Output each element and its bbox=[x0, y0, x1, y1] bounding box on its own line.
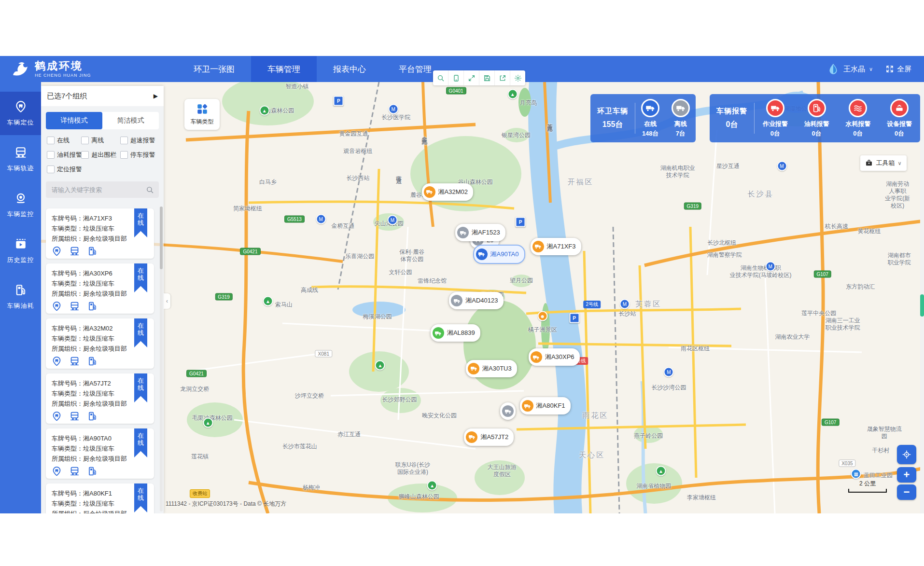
vehicle-card[interactable]: 车牌号码：湘A90TA0车辆类型：垃圾压缩车所属组织：厨余垃圾项目部在线 bbox=[46, 428, 154, 479]
maptool-floppy-button[interactable] bbox=[479, 70, 495, 85]
filter-checkbox-2[interactable]: 离线 bbox=[81, 136, 120, 145]
fuel-vehicle-icon[interactable] bbox=[87, 411, 98, 421]
fuel-vehicle-icon[interactable] bbox=[87, 246, 98, 256]
maptool-mag-icon bbox=[437, 74, 445, 82]
fuel-vehicle-icon[interactable] bbox=[87, 356, 98, 366]
filter-checkbox-1[interactable]: 在线 bbox=[47, 136, 81, 145]
locate-button[interactable] bbox=[897, 445, 916, 464]
page-scrollbar[interactable] bbox=[920, 82, 924, 513]
stats-title: 车辆报警 bbox=[716, 107, 747, 116]
road-badge: G107 bbox=[822, 419, 839, 426]
vehicle-marker[interactable]: 湘AL8839 bbox=[431, 324, 480, 342]
locate-vehicle-icon[interactable] bbox=[52, 356, 62, 366]
checkbox-box[interactable] bbox=[81, 151, 89, 159]
truck-icon bbox=[531, 351, 542, 363]
map-area[interactable]: 智造小镇乌山森林公园长沙医学院黄金园互通月亮岛银星湾公园观音岩枢纽谷山森林公园长… bbox=[41, 82, 924, 513]
fuel-vehicle-icon[interactable] bbox=[87, 466, 98, 476]
track-vehicle-icon[interactable] bbox=[70, 411, 80, 421]
nav-item-2[interactable]: 车辆管理 bbox=[251, 56, 317, 82]
checkbox-box[interactable] bbox=[120, 137, 128, 144]
vehicle-marker[interactable]: 湘A30TU3 bbox=[466, 360, 517, 377]
maptool-share-icon bbox=[499, 74, 506, 82]
filter-checkbox-6[interactable]: 停车报警 bbox=[120, 151, 158, 159]
truck-icon bbox=[424, 186, 435, 198]
vehicle-marker[interactable]: 湘A80KF1 bbox=[520, 397, 571, 414]
vehicle-type-button[interactable]: 车辆类型 bbox=[184, 99, 220, 130]
tab-detail-mode[interactable]: 详情模式 bbox=[46, 112, 102, 129]
vehicle-marker[interactable]: 湘A90TA0 bbox=[474, 246, 524, 263]
filter-checkbox-7[interactable]: 定位报警 bbox=[47, 165, 81, 174]
sidebar-item-4[interactable]: 历史监控 bbox=[0, 229, 41, 273]
sidebar-item-5[interactable]: 车辆油耗 bbox=[0, 275, 41, 318]
maptool-gear-button[interactable] bbox=[510, 70, 525, 85]
vehicle-marker[interactable]: 湘A57JT2 bbox=[464, 428, 514, 446]
vehicle-marker[interactable]: 湘AF1523 bbox=[455, 224, 505, 241]
vehicle-card[interactable]: 车牌号码：湘A32M02车辆类型：垃圾压缩车所属组织：厨余垃圾项目部在线 bbox=[46, 318, 154, 369]
road-badge: X035 bbox=[839, 460, 855, 467]
track-vehicle-icon[interactable] bbox=[70, 246, 80, 256]
checkbox-box[interactable] bbox=[47, 151, 55, 159]
track-vehicle-icon[interactable] bbox=[70, 356, 80, 366]
truck-icon bbox=[457, 227, 469, 238]
filter-label: 油耗报警 bbox=[57, 151, 82, 159]
locate-vehicle-icon[interactable] bbox=[52, 246, 62, 256]
vehicle-card[interactable]: 车牌号码：湘A57JT2车辆类型：垃圾压缩车所属组织：厨余垃圾项目部在线 bbox=[46, 373, 154, 424]
vehicle-card[interactable]: 车牌号码：湘A80KF1车辆类型：垃圾压缩车所属组织：厨余垃圾项目部在线 bbox=[46, 483, 154, 513]
vehicle-marker[interactable]: 湘AD40123 bbox=[449, 292, 503, 309]
panel-collapse-handle[interactable]: ‹ bbox=[164, 293, 170, 309]
maptool-share-button[interactable] bbox=[495, 70, 510, 85]
track-vehicle-icon[interactable] bbox=[70, 466, 80, 476]
search-box[interactable] bbox=[46, 181, 159, 198]
fullscreen-button[interactable]: 全屏 bbox=[885, 65, 911, 74]
map-label: 湖南都市 职业学院 bbox=[888, 252, 911, 266]
user-menu[interactable]: 王水晶 ∨ bbox=[827, 63, 873, 75]
map-label: 长沙市莲花山 bbox=[282, 442, 317, 450]
locate-vehicle-icon[interactable] bbox=[52, 301, 62, 311]
tab-simple-mode[interactable]: 简洁模式 bbox=[102, 112, 159, 129]
checkbox-box[interactable] bbox=[47, 137, 55, 144]
zoom-out-button[interactable]: − bbox=[897, 484, 916, 500]
maptool-expand-button[interactable] bbox=[464, 70, 479, 85]
card-list-scrollbar[interactable] bbox=[160, 207, 163, 511]
filter-checkbox-4[interactable]: 油耗报警 bbox=[47, 151, 81, 159]
map-label: 高成线 bbox=[301, 286, 318, 293]
filter-checkbox-3[interactable]: 超速报警 bbox=[120, 136, 158, 145]
vehicle-marker[interactable]: 湘A71XF3 bbox=[531, 238, 581, 255]
scrollbar-thumb[interactable] bbox=[160, 207, 163, 269]
vehicle-type-label: 车辆类型 bbox=[52, 280, 77, 287]
maptool-mag-button[interactable] bbox=[433, 70, 448, 85]
vehicle-card[interactable]: 车牌号码：湘A71XF3车辆类型：垃圾压缩车所属组织：厨余垃圾项目部在线 bbox=[46, 208, 154, 259]
checkbox-box[interactable] bbox=[120, 151, 128, 159]
checkbox-box[interactable] bbox=[81, 137, 89, 144]
vehicle-card[interactable]: 车牌号码：湘A30XP6车辆类型：垃圾压缩车所属组织：厨余垃圾项目部在线 bbox=[46, 263, 154, 314]
vehicle-marker[interactable] bbox=[500, 402, 516, 420]
sidebar-item-3[interactable]: 车辆监控 bbox=[0, 183, 41, 227]
locate-vehicle-icon[interactable] bbox=[52, 466, 62, 476]
sidebar-item-1[interactable]: 车辆定位 bbox=[0, 92, 41, 135]
user-name: 王水晶 bbox=[843, 65, 865, 74]
locate-vehicle-icon[interactable] bbox=[52, 411, 62, 421]
track-vehicle-icon[interactable] bbox=[70, 301, 80, 311]
organization-selector[interactable]: 已选7个组织 ▶ bbox=[41, 86, 164, 106]
search-input[interactable] bbox=[51, 186, 146, 194]
vehicle-type-value: 垃圾压缩车 bbox=[83, 335, 114, 342]
nav-item-1[interactable]: 环卫一张图 bbox=[177, 56, 251, 82]
page-scrollbar-thumb[interactable] bbox=[920, 294, 924, 317]
vehicle-filter-panel: 已选7个组织 ▶ 详情模式 简洁模式 在线离线超速报警油耗报警超出围栏停车报警定… bbox=[41, 86, 164, 513]
sidebar-item-label: 车辆定位 bbox=[7, 118, 34, 127]
zoom-in-button[interactable]: + bbox=[897, 467, 916, 483]
poi-statue-icon: ☻ bbox=[537, 311, 547, 321]
nav-item-3[interactable]: 报表中心 bbox=[317, 56, 382, 82]
maptool-tablet-button[interactable] bbox=[448, 70, 464, 85]
fuel-vehicle-icon[interactable] bbox=[87, 301, 98, 311]
vehicle-type-grid-icon bbox=[196, 103, 209, 115]
poi-p-icon: P bbox=[334, 96, 344, 106]
vehicle-marker[interactable]: 湘A30XP6 bbox=[529, 348, 580, 366]
filter-checkbox-5[interactable]: 超出围栏 bbox=[81, 151, 120, 159]
vehicle-marker[interactable]: 湘A32M02 bbox=[422, 183, 473, 201]
sidebar-item-2[interactable]: 车辆轨迹 bbox=[0, 138, 41, 181]
road-badge: G319 bbox=[215, 293, 232, 301]
checkbox-box[interactable] bbox=[47, 166, 55, 173]
toolbox-button[interactable]: 工具箱 ∨ bbox=[860, 155, 907, 171]
search-icon[interactable] bbox=[146, 186, 154, 194]
